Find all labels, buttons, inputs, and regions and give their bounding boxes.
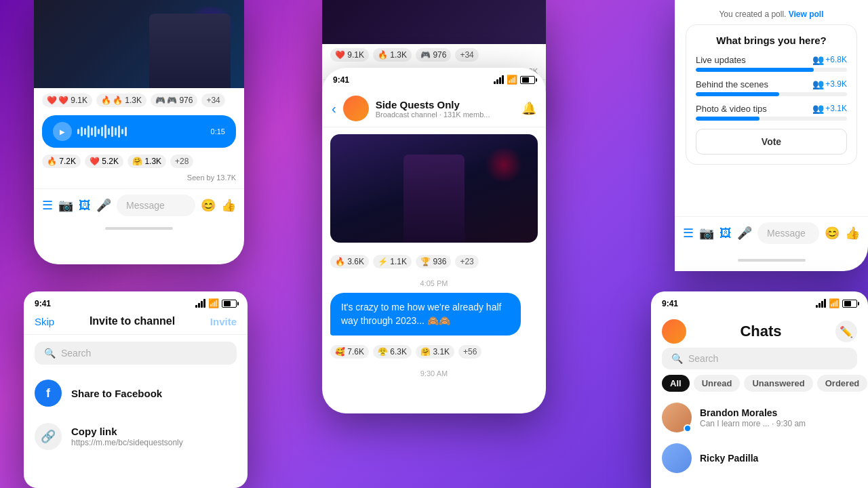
channel-hero-image: [330, 134, 538, 243]
status-icons-p6: 📶: [816, 298, 857, 308]
compose-icon[interactable]: ✏️: [835, 321, 857, 342]
home-indicator-p3: [738, 259, 806, 262]
play-button[interactable]: ▶: [53, 122, 72, 141]
camera-icon[interactable]: 📷: [58, 198, 73, 213]
message-input-1[interactable]: Message: [117, 195, 195, 216]
share-facebook-label: Share to Facebook: [71, 388, 162, 399]
reaction-more[interactable]: +34: [201, 94, 224, 107]
chat-item-1[interactable]: Brandon Morales Can I learn more ... · 9…: [651, 397, 868, 438]
reaction-heart2[interactable]: ❤️ 5.2K: [85, 155, 123, 168]
poll-votes-2: 👥 +3.9K: [812, 79, 847, 89]
reaction-more-p2[interactable]: +34: [455, 48, 478, 62]
search-box-p4[interactable]: 🔍 Search: [35, 342, 237, 365]
msg-time-1: 4:05 PM: [322, 279, 546, 287]
emoji-icon-p3[interactable]: 😊: [825, 226, 840, 241]
reaction-heart-p2[interactable]: ❤️ 9.1K: [330, 48, 369, 62]
reaction-more-p5[interactable]: +23: [455, 255, 478, 268]
chats-user-avatar[interactable]: [662, 319, 686, 344]
reactions-p5-2: 🥰 7.6K 😤 6.3K 🤗 3.1K +56: [322, 340, 546, 364]
filter-unread[interactable]: Unread: [694, 375, 741, 392]
channel-subtitle: Broadcast channel · 131K memb...: [376, 110, 515, 119]
share-facebook-option[interactable]: f Share to Facebook: [24, 371, 248, 415]
status-icons-p5: 📶: [494, 75, 535, 85]
image-icon-p3[interactable]: 🖼: [719, 226, 732, 241]
hero-image-2: [322, 0, 546, 44]
audio-bubble[interactable]: ▶ 0:15: [42, 115, 236, 148]
chats-header: Chats ✏️: [651, 311, 868, 348]
reaction-more-p5-2[interactable]: +56: [458, 345, 481, 359]
copy-link-option[interactable]: 🔗 Copy link https://m.me/bc/sidequestson…: [24, 415, 248, 458]
reaction-trophy-p5[interactable]: 🏆 936: [416, 255, 451, 268]
waveform: [77, 125, 205, 138]
reaction-angry-p5[interactable]: 😤 6.3K: [373, 345, 412, 359]
wifi-icon-p6: 📶: [829, 298, 840, 308]
camera-icon-p3[interactable]: 📷: [699, 226, 714, 241]
time-p5: 9:41: [333, 75, 349, 85]
unread-dot-1: [684, 424, 692, 432]
phone1: ❤️ ❤️ 9.1K 🔥 🔥 1.3K 🎮 🎮 976 +34 ▶ 0:15 🔥…: [34, 0, 244, 264]
back-button[interactable]: ‹: [332, 101, 336, 117]
mic-icon-p3[interactable]: 🎤: [737, 226, 752, 241]
chat-avatar-1: [662, 403, 692, 432]
skip-button[interactable]: Skip: [35, 316, 54, 327]
poll-votes-3: 👥 +3.1K: [812, 103, 847, 114]
poll-created-text: You created a poll. View poll: [675, 0, 868, 24]
poll-option-label-3: Photo & video tips: [696, 104, 767, 114]
image-icon[interactable]: 🖼: [79, 199, 91, 213]
like-icon-p3[interactable]: 👍: [845, 226, 860, 241]
mic-icon[interactable]: 🎤: [96, 198, 111, 213]
emoji-icon[interactable]: 😊: [201, 198, 216, 213]
filter-tabs: All Unread Unanswered Ordered: [651, 375, 868, 397]
reaction-love-p5[interactable]: 🥰 7.6K: [330, 345, 369, 359]
reaction-fire2[interactable]: 🔥 7.2K: [42, 155, 81, 168]
menu-icon-p3[interactable]: ☰: [683, 226, 694, 241]
status-icons-p4: 📶: [195, 298, 237, 308]
invite-action-button[interactable]: Invite: [210, 316, 237, 327]
chat-avatar-2: [662, 443, 692, 473]
reactions-row-2: 🔥 7.2K ❤️ 5.2K 🤗 1.3K +28: [34, 150, 244, 172]
search-placeholder-p4: Search: [61, 348, 91, 359]
poll-option-label-1: Live updates: [696, 55, 746, 65]
reaction-game-p2[interactable]: 🎮 976: [416, 48, 451, 62]
reaction-fire-p5[interactable]: 🔥 3.6K: [330, 255, 369, 268]
filter-unanswered[interactable]: Unanswered: [744, 375, 812, 392]
message-input-3[interactable]: Message: [757, 222, 819, 244]
battery-icon-p6: [842, 300, 857, 308]
like-icon[interactable]: 👍: [221, 198, 236, 213]
reaction-game[interactable]: 🎮 🎮 976: [151, 94, 197, 107]
menu-icon[interactable]: ☰: [42, 198, 53, 213]
image-silhouette: [403, 155, 465, 243]
message-bar-1: ☰ 📷 🖼 🎤 Message 😊 👍: [34, 188, 244, 222]
battery-icon-p4: [222, 300, 237, 308]
poll-question: What brings you here?: [696, 35, 847, 46]
chat-item-2[interactable]: Ricky Padilla: [651, 438, 868, 479]
filter-all[interactable]: All: [662, 375, 690, 392]
phone6-chats: 9:41 📶 Chats ✏️ 🔍 Search All Unread Unan…: [651, 291, 868, 488]
poll-option-3: Photo & video tips 👥 +3.1K: [696, 103, 847, 121]
filter-ordered[interactable]: Ordered: [817, 375, 868, 392]
image-glow-red: [484, 148, 524, 182]
vote-button[interactable]: Vote: [696, 129, 847, 155]
copy-link-label: Copy link: [71, 426, 183, 437]
phone5-channel: 9:41 📶 ‹ Side Quests Only Broadcast chan…: [322, 68, 546, 413]
seen-by-1: Seen by 13.7K: [34, 172, 244, 186]
channel-avatar: [343, 96, 369, 121]
status-bar-p5: 9:41 📶: [322, 68, 546, 87]
facebook-icon: f: [35, 380, 62, 407]
chat-info-2: Ricky Padilla: [700, 453, 857, 464]
reaction-hug-p5[interactable]: 🤗 3.1K: [416, 345, 454, 359]
signal-bars-p5: [494, 76, 504, 84]
notification-bell[interactable]: 🔔: [521, 101, 536, 116]
reaction-fire-p2[interactable]: 🔥 1.3K: [373, 48, 412, 62]
reaction-hug[interactable]: 🤗 1.3K: [127, 155, 166, 168]
reaction-bolt-p5[interactable]: ⚡ 1.1K: [373, 255, 412, 268]
reaction-more2[interactable]: +28: [170, 155, 193, 168]
chats-search-box[interactable]: 🔍 Search: [662, 348, 857, 369]
wifi-icon-p4: 📶: [208, 298, 219, 308]
home-indicator: [105, 227, 173, 230]
signal-bars-p6: [816, 300, 826, 308]
reaction-heart[interactable]: ❤️ ❤️ 9.1K: [42, 94, 92, 107]
view-poll-link[interactable]: View poll: [789, 9, 824, 19]
reaction-fire[interactable]: 🔥 🔥 1.3K: [96, 94, 146, 107]
search-placeholder-p6: Search: [688, 353, 718, 364]
